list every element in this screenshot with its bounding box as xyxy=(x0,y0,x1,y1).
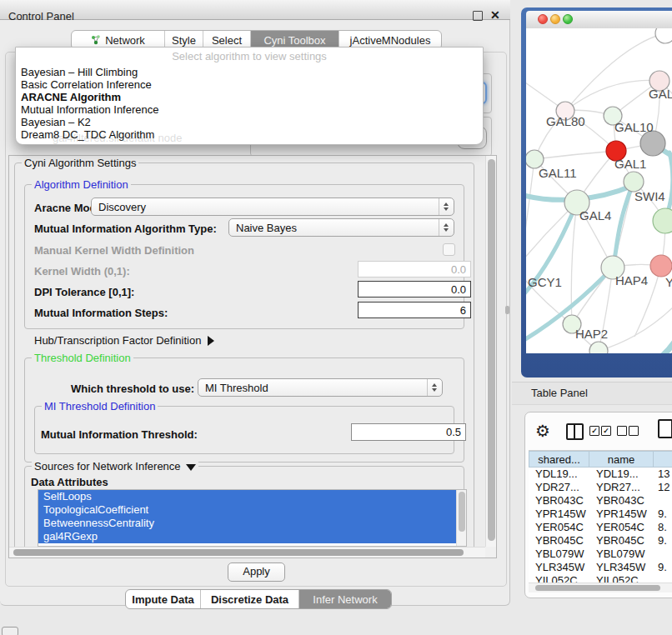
which-threshold-select[interactable]: MI Threshold xyxy=(198,378,443,397)
table-row[interactable]: YER054CYER054C8. xyxy=(529,521,672,534)
gear-icon[interactable]: ⚙ xyxy=(535,421,550,441)
table-row[interactable]: YDR27...YDR27...12 xyxy=(529,481,672,494)
network-canvas[interactable]: GAL GAL80 GAL10 GAL1 GAL11 SWI4 GAL4 GCY… xyxy=(526,28,672,353)
node-label: Y xyxy=(665,275,672,289)
close-traffic-light-icon[interactable] xyxy=(538,14,548,24)
splitpane-handle[interactable] xyxy=(505,306,509,314)
list-scrollbar[interactable] xyxy=(456,490,466,546)
table-horizontal-scrollbar[interactable] xyxy=(529,582,672,592)
hub-definition-toggle[interactable]: Hub/Transcription Factor Definition xyxy=(34,334,214,347)
attribute-item[interactable]: TopologicalCoefficient xyxy=(38,503,458,517)
algorithm-option[interactable]: Basic Correlation Inference xyxy=(21,78,478,91)
minimize-traffic-light-icon[interactable] xyxy=(550,14,560,24)
node-label: GAL11 xyxy=(539,166,577,180)
attribute-item[interactable]: BetweennessCentrality xyxy=(38,517,458,530)
node-table: shared... name YDL19...YDL19...13 YDR27.… xyxy=(529,450,672,583)
page-icon[interactable] xyxy=(658,419,672,438)
table-toolbar: ⚙ ✓ ✓ xyxy=(525,412,672,449)
attribute-item[interactable]: gal4RGexp xyxy=(38,530,458,543)
kernel-width-label: Kernel Width (0,1): xyxy=(34,265,130,278)
control-panel-title: Control Panel xyxy=(8,10,74,22)
table-row[interactable]: YLR345WYLR345W9. xyxy=(529,561,672,574)
tab-network-label: Network xyxy=(105,34,145,47)
stepper-arrows-icon xyxy=(432,383,437,392)
mi-type-select[interactable]: Naive Bayes xyxy=(228,218,454,237)
table-row[interactable]: YBR043CYBR043C xyxy=(529,494,672,508)
algorithm-option[interactable]: Mutual Information Inference xyxy=(21,103,478,116)
data-attributes-list[interactable]: SelfLoops TopologicalCoefficient Between… xyxy=(38,489,467,547)
table-header-row: shared... name xyxy=(529,451,672,468)
manual-kernel-checkbox[interactable] xyxy=(443,243,455,256)
table-panel-title: Table Panel xyxy=(531,387,588,399)
tab-infer-network[interactable]: Infer Network xyxy=(299,590,391,608)
control-panel-titlebar[interactable] xyxy=(0,0,510,20)
node-green-right[interactable] xyxy=(653,208,672,233)
attribute-item[interactable]: SelfLoops xyxy=(38,490,458,503)
tab-jactivemnodules-label: jActiveMNodules xyxy=(350,34,431,47)
column-header[interactable]: name xyxy=(589,451,654,468)
list-scrollbar-thumb[interactable] xyxy=(459,492,465,532)
dpi-tolerance-input[interactable]: 0.0 xyxy=(358,281,471,298)
scrollbar-corner xyxy=(485,547,496,558)
node-label: GAL10 xyxy=(614,120,654,134)
network-window-titlebar[interactable] xyxy=(526,11,672,29)
checked-checkbox-icon[interactable]: ✓ xyxy=(601,426,611,436)
float-window-icon[interactable] xyxy=(473,11,483,21)
unchecked-checkbox-icon[interactable] xyxy=(629,426,639,436)
mi-threshold-input[interactable]: 0.5 xyxy=(351,423,466,441)
unchecked-checkbox-icon[interactable] xyxy=(617,426,627,436)
table-card: ⚙ ✓ ✓ shared... name YDL19...YDL19...13 … xyxy=(524,412,672,598)
algorithm-option-selected[interactable]: ARACNE Algorithm xyxy=(21,91,478,103)
mi-threshold-label: Mutual Information Threshold: xyxy=(41,428,198,441)
node-label: HAP2 xyxy=(575,327,608,341)
node-unlabeled[interactable] xyxy=(655,28,672,43)
node-pink-right[interactable] xyxy=(650,255,672,277)
algorithm-definition-title: Algorithm Definition xyxy=(32,178,131,191)
node-label: GAL1 xyxy=(614,157,646,171)
node-bottom-partial[interactable] xyxy=(589,342,608,353)
zoom-traffic-light-icon[interactable] xyxy=(563,14,573,24)
algorithm-option[interactable]: Bayesian – Hill Climbing xyxy=(21,66,478,78)
settings-vertical-scrollbar[interactable] xyxy=(485,156,496,547)
collapse-down-icon xyxy=(186,464,196,471)
aracne-mode-select[interactable]: Discovery xyxy=(91,198,454,216)
table-panel-header[interactable]: Table Panel xyxy=(512,382,672,405)
dpi-tolerance-label: DPI Tolerance [0,1]: xyxy=(34,286,134,298)
tab-discretize-data[interactable]: Discretize Data xyxy=(201,590,299,608)
checked-checkbox-icon[interactable]: ✓ xyxy=(589,426,599,436)
cyni-algorithm-settings-title: Cyni Algorithm Settings xyxy=(22,157,138,169)
bottom-left-button-fragment[interactable] xyxy=(2,627,18,635)
tab-impute-data[interactable]: Impute Data xyxy=(126,590,201,608)
sources-title-text: Sources for Network Inference xyxy=(34,460,181,472)
bottom-tabbar: Impute Data Discretize Data Infer Networ… xyxy=(125,589,392,609)
table-row[interactable]: YBL079WYBL079W xyxy=(529,548,672,561)
algorithm-popup-placeholder: Select algorithm to view settings xyxy=(16,50,483,62)
close-icon[interactable]: ✕ xyxy=(490,8,500,22)
settings-vertical-scrollbar-thumb[interactable] xyxy=(488,159,495,541)
screen: Control Panel ✕ Network Style Select Cyn… xyxy=(0,0,672,635)
settings-horizontal-scrollbar-thumb[interactable] xyxy=(13,549,464,556)
node-label: GAL4 xyxy=(579,208,611,222)
column-header[interactable]: shared... xyxy=(529,451,589,468)
node-label: GAL xyxy=(649,87,672,101)
ghost-text-behind-popup: gal4filtered.sif default node xyxy=(53,132,182,144)
sources-group-title[interactable]: Sources for Network Inference xyxy=(32,460,198,472)
tab-select-label: Select xyxy=(212,34,242,47)
settings-horizontal-scrollbar[interactable] xyxy=(9,547,485,558)
table-row[interactable]: YDL19...YDL19...13 xyxy=(529,468,672,481)
table-row[interactable]: YBR045CYBR045C9. xyxy=(529,534,672,548)
network-icon xyxy=(91,35,101,45)
hub-definition-label: Hub/Transcription Factor Definition xyxy=(34,334,201,347)
algorithm-option[interactable]: Bayesian – K2 xyxy=(21,116,478,128)
settings-viewport: Cyni Algorithm Settings Algorithm Defini… xyxy=(8,155,497,558)
column-header[interactable] xyxy=(654,451,672,468)
kernel-width-input[interactable]: 0.0 xyxy=(358,261,471,278)
data-attributes-label: Data Attributes xyxy=(31,476,108,488)
table-row[interactable]: YPR145WYPR145W9. xyxy=(529,508,672,521)
node-label: SWI4 xyxy=(634,189,665,203)
table-horizontal-scrollbar-thumb[interactable] xyxy=(535,585,660,591)
mi-steps-input[interactable]: 6 xyxy=(358,302,471,318)
apply-button[interactable]: Apply xyxy=(228,562,285,582)
columns-icon[interactable] xyxy=(566,423,584,440)
node-gray[interactable] xyxy=(640,131,665,156)
